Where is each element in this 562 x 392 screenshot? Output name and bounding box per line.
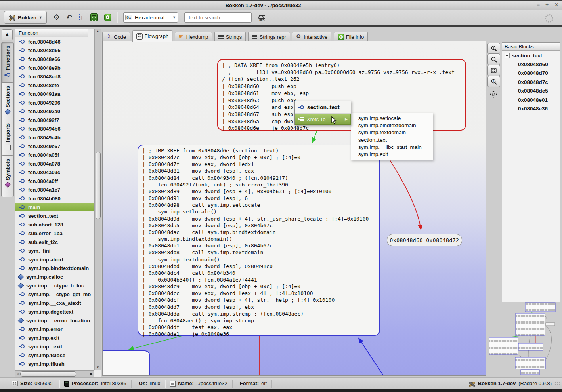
graph-minimap[interactable] bbox=[487, 302, 562, 375]
sidebar-tab-imports[interactable]: Imports bbox=[1, 120, 14, 160]
collapse-expander-icon[interactable] bbox=[505, 53, 510, 58]
calculator-icon[interactable] bbox=[90, 13, 98, 21]
zoom-out-button[interactable] bbox=[487, 54, 500, 65]
view-tab[interactable]: Strings bbox=[214, 32, 246, 42]
function-list-item[interactable]: fcn.08049296 bbox=[15, 98, 94, 107]
function-list-item[interactable]: sym.imp.bindtextdomain bbox=[15, 264, 94, 272]
function-list-item[interactable]: fcn.0804b080 bbox=[15, 194, 94, 203]
basic-blocks-root[interactable]: section..text bbox=[502, 51, 560, 60]
function-list-item[interactable]: sym.imp.error bbox=[15, 325, 94, 333]
view-tab[interactable]: Strings repr bbox=[248, 32, 290, 42]
function-list-item[interactable]: fcn.080494b6 bbox=[15, 124, 94, 133]
function-list-item[interactable]: main bbox=[15, 203, 94, 211]
reload-icon[interactable]: ↶ bbox=[66, 14, 72, 21]
function-list-item[interactable]: sym.imp.calloc bbox=[15, 272, 94, 281]
basic-block-stub[interactable]: 0x08048d60_0x08048d72 bbox=[387, 234, 462, 246]
resize-grip[interactable] bbox=[555, 380, 560, 386]
function-list-item[interactable]: sym.imp.fclose bbox=[15, 351, 94, 360]
function-list-item[interactable]: sub.error_1ba bbox=[15, 229, 94, 238]
function-list-item[interactable]: sym.imp.__cxa_atexit bbox=[15, 299, 94, 307]
sidebar-tab-symbols[interactable]: Symbols bbox=[1, 155, 14, 197]
view-tab[interactable]: Flowgraph bbox=[132, 30, 173, 42]
xrefs-submenu-item[interactable]: sym.imp.setlocale bbox=[351, 115, 433, 122]
maximize-button[interactable]: + bbox=[545, 2, 549, 8]
function-list-item[interactable]: fcn.08048e66 bbox=[15, 55, 94, 63]
function-list-item[interactable]: fcn.08048d56 bbox=[15, 46, 94, 55]
xrefs-submenu-item[interactable]: sym.imp.textdomain bbox=[351, 129, 433, 136]
titlebar[interactable]: Bokken 1.7-dev - ../pocs/true32 – + ✕ bbox=[0, 0, 562, 11]
basic-block-address[interactable]: 0x08048de5 bbox=[502, 87, 560, 95]
bokken-menu-button[interactable]: Bokken ▼ bbox=[4, 11, 47, 24]
function-list-item[interactable]: fcn.08049e67 bbox=[15, 142, 94, 150]
view-tab[interactable]: File info bbox=[334, 32, 368, 42]
function-list-item[interactable]: fcn.08048ed8 bbox=[15, 72, 94, 81]
close-button[interactable]: ✕ bbox=[554, 2, 559, 8]
basic-block-address[interactable]: 0x08048d70 bbox=[502, 69, 560, 78]
function-list-item[interactable]: fcn.080492f7 bbox=[15, 116, 94, 124]
main-toolbar: Bokken ▼ ⚙ ↶ 0x Hexadecimal ▼ bbox=[0, 10, 562, 25]
sidebar-tab-functions[interactable]: Functions bbox=[1, 42, 14, 87]
basic-block-address[interactable]: 0x08048d60 bbox=[502, 60, 560, 69]
function-list-item[interactable]: sym.imp.__errno_location bbox=[15, 316, 94, 325]
function-list-item[interactable]: sub.exit_f2c bbox=[15, 238, 94, 246]
function-list-item[interactable]: sym.imp.__ctype_get_mb_cu bbox=[15, 290, 94, 299]
basic-block-partial[interactable] bbox=[102, 350, 150, 376]
function-list-item[interactable]: fcn.08048d46 bbox=[15, 37, 94, 46]
zoom-in-button[interactable] bbox=[487, 43, 500, 54]
scroll-right-icon[interactable]: ▶ bbox=[90, 372, 93, 376]
basic-block-address[interactable]: 0x08048e01 bbox=[502, 96, 560, 105]
function-list-item[interactable]: sym.imp.exit bbox=[15, 333, 94, 342]
encoding-select[interactable]: 0x Hexadecimal ▼ bbox=[123, 12, 178, 23]
function-list-item[interactable]: fcn.0804a1e7 bbox=[15, 185, 94, 194]
function-list-item[interactable]: fcn.080491aa bbox=[15, 89, 94, 98]
function-list-item[interactable]: sub.abort_128 bbox=[15, 220, 94, 229]
function-list-item[interactable]: fcn.080492a0 bbox=[15, 107, 94, 116]
scroll-down-icon[interactable]: ▼ bbox=[95, 365, 101, 369]
scroll-left-icon[interactable]: ◀ bbox=[17, 372, 19, 376]
view-tab[interactable]: Code bbox=[102, 32, 130, 42]
function-list-item[interactable]: sym.imp.abort bbox=[15, 255, 94, 264]
hscrollbar-thumb[interactable] bbox=[20, 371, 76, 377]
xrefs-submenu-item[interactable]: sym.imp.__libc_start_main bbox=[351, 144, 433, 151]
function-column-header[interactable]: Function bbox=[15, 29, 88, 37]
search-input[interactable] bbox=[187, 14, 258, 21]
sidebar-tab-sections[interactable]: Sections bbox=[1, 82, 14, 124]
pan-tool-icon[interactable] bbox=[489, 90, 498, 99]
function-list-item[interactable]: section..text bbox=[15, 211, 94, 220]
settings-gear-icon[interactable]: ⚙ bbox=[53, 14, 60, 21]
xrefs-submenu-item[interactable]: sym.imp.exit bbox=[351, 151, 433, 158]
function-list-item[interactable]: fcn.0804a05f bbox=[15, 150, 94, 159]
basic-block-address[interactable]: 0x08048d7c bbox=[502, 78, 560, 87]
function-list-item[interactable]: fcn.0804a0ff bbox=[15, 177, 94, 185]
collapse-sidebar-button[interactable]: ▲ bbox=[2, 29, 13, 40]
function-list-item[interactable]: fcn.08049e4b bbox=[15, 133, 94, 142]
function-panel: Function fcn.08048d46 fcn.08048d56 fcn.0… bbox=[15, 29, 101, 378]
zoom-fit-button[interactable] bbox=[487, 65, 500, 76]
xrefs-submenu-item[interactable]: sym.imp.bindtextdomain bbox=[351, 122, 433, 129]
basic-block-main[interactable]: | ; JMP XREF from 0x08048d6e (section..t… bbox=[138, 145, 380, 336]
function-list-item[interactable]: fcn.0804a078 bbox=[15, 159, 94, 168]
function-list-item[interactable]: sym.imp.dcgettext bbox=[15, 307, 94, 316]
info-icon[interactable] bbox=[104, 14, 111, 21]
function-list-item[interactable]: sym._fini bbox=[15, 246, 94, 255]
function-list-item[interactable]: fcn.08048efe bbox=[15, 81, 94, 89]
basic-block-address[interactable]: 0x08048e36 bbox=[502, 105, 560, 113]
zoom-100-button[interactable]: 1 bbox=[487, 76, 500, 87]
function-list-item[interactable]: sym.imp._exit bbox=[15, 342, 94, 351]
view-tab[interactable]: Interactive bbox=[292, 32, 331, 42]
flowgraph-canvas[interactable]: | ; DATA XREF from 0x08048e5b (entry0) ;… bbox=[102, 41, 486, 376]
context-menu-item-xrefs[interactable]: Xrefs To ▶ bbox=[295, 114, 351, 125]
vscrollbar-thumb[interactable] bbox=[96, 152, 101, 219]
xrefs-submenu-item[interactable]: section..text bbox=[351, 137, 433, 144]
sections-bars-icon[interactable] bbox=[259, 15, 265, 20]
view-tab[interactable]: Hexdump bbox=[175, 32, 212, 42]
function-list-hscrollbar[interactable]: ◀ ▶ bbox=[15, 370, 94, 377]
function-list-item[interactable]: sym.imp.__ctype_b_loc bbox=[15, 281, 94, 290]
function-list-item[interactable]: sym.imp.fflush bbox=[15, 360, 94, 368]
minimize-button[interactable]: – bbox=[537, 2, 540, 8]
function-list-item[interactable]: fcn.0804a09c bbox=[15, 168, 94, 177]
scroll-up-icon[interactable]: ▲ bbox=[95, 30, 101, 33]
function-list-vscrollbar[interactable]: ▲ ▼ bbox=[94, 29, 101, 370]
goto-offset-icon[interactable] bbox=[78, 14, 84, 21]
function-list-item[interactable]: fcn.08048e9b bbox=[15, 63, 94, 72]
